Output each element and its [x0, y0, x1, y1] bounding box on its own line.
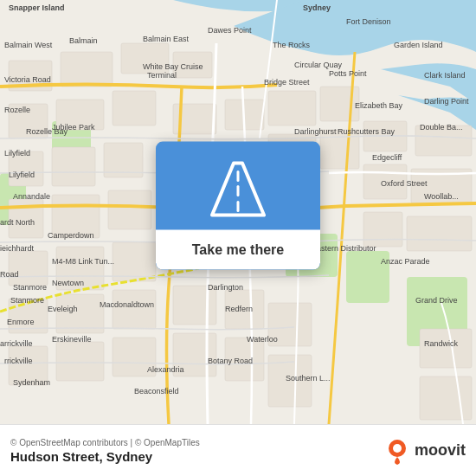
take-me-there-button[interactable]: Take me there — [156, 230, 320, 270]
svg-text:Sydney: Sydney — [303, 3, 331, 12]
svg-text:Terminal: Terminal — [147, 71, 177, 80]
svg-rect-12 — [113, 91, 156, 125]
svg-text:Victoria Road: Victoria Road — [4, 75, 51, 84]
svg-text:Lilyfield: Lilyfield — [4, 149, 30, 158]
svg-text:Balmain: Balmain — [69, 36, 98, 45]
svg-text:Garden Island: Garden Island — [394, 41, 443, 49]
svg-text:Clark Island: Clark Island — [424, 71, 466, 80]
location-name: Hudson Street, Sydney — [10, 449, 200, 464]
footer-bar: © OpenStreetMap contributors | © OpenMap… — [0, 424, 476, 476]
svg-text:Erskineville: Erskineville — [52, 335, 92, 344]
moovit-icon-svg — [383, 437, 411, 465]
svg-rect-34 — [420, 329, 472, 368]
svg-rect-26 — [56, 342, 104, 381]
svg-text:Circular Quay: Circular Quay — [294, 61, 343, 69]
svg-text:Alexandria: Alexandria — [147, 365, 184, 374]
svg-text:Grand Drive: Grand Drive — [415, 296, 458, 305]
svg-text:Potts Point: Potts Point — [329, 69, 367, 78]
svg-text:Waterloo: Waterloo — [247, 335, 278, 344]
svg-text:Balmain East: Balmain East — [143, 35, 190, 43]
svg-rect-18 — [108, 190, 151, 229]
svg-rect-7 — [61, 52, 113, 87]
svg-text:Beaconsfield: Beaconsfield — [134, 387, 179, 396]
svg-rect-35 — [420, 376, 472, 420]
svg-rect-38 — [268, 91, 316, 125]
moovit-brand-text: moovit — [415, 441, 466, 460]
copyright-text: © OpenStreetMap contributors | © OpenMap… — [10, 438, 200, 447]
svg-text:ieichhardt: ieichhardt — [0, 244, 35, 253]
svg-text:Eveleigh: Eveleigh — [48, 305, 78, 313]
svg-text:hardt North: hardt North — [0, 218, 35, 227]
svg-text:Darling Point: Darling Point — [424, 97, 469, 106]
svg-text:M4-M8 Link Tun...: M4-M8 Link Tun... — [52, 257, 114, 266]
svg-text:Sydenham: Sydenham — [13, 378, 50, 387]
svg-text:Newtown: Newtown — [52, 279, 84, 287]
svg-rect-14 — [52, 147, 95, 186]
svg-text:Macdonaldtown: Macdonaldtown — [100, 300, 154, 309]
svg-text:Jubilee Park: Jubilee Park — [52, 123, 95, 132]
svg-rect-33 — [407, 216, 472, 251]
svg-text:Road: Road — [0, 270, 19, 279]
svg-point-110 — [393, 444, 402, 453]
svg-text:Rushcutters Bay: Rushcutters Bay — [338, 127, 396, 136]
svg-rect-39 — [320, 87, 359, 121]
svg-text:Redfern: Redfern — [225, 305, 253, 313]
svg-text:Lilyfield: Lilyfield — [9, 170, 35, 179]
svg-text:Enmore: Enmore — [7, 318, 35, 326]
overlay-card: Take me there — [156, 142, 320, 270]
moovit-logo[interactable]: moovit — [383, 437, 466, 465]
svg-rect-19 — [9, 251, 48, 286]
svg-text:Bridge Street: Bridge Street — [264, 78, 310, 87]
svg-text:rrickville: rrickville — [4, 357, 33, 365]
svg-text:White Bay Cruise: White Bay Cruise — [143, 62, 203, 71]
svg-text:Anzac Parade: Anzac Parade — [381, 257, 430, 266]
svg-rect-32 — [363, 212, 402, 247]
svg-rect-23 — [56, 294, 104, 333]
svg-rect-24 — [113, 290, 156, 329]
svg-text:Rozelle: Rozelle — [4, 106, 30, 114]
svg-text:The Rocks: The Rocks — [273, 41, 311, 49]
svg-text:Randwick: Randwick — [424, 339, 459, 348]
svg-text:Darlinghurst: Darlinghurst — [294, 127, 337, 136]
svg-text:Dawes Point: Dawes Point — [208, 26, 252, 35]
map-container: Snapper Island Sydney Balmain West Balma… — [0, 0, 476, 424]
svg-text:Stanmore: Stanmore — [13, 283, 47, 292]
svg-text:Stanmore: Stanmore — [10, 296, 44, 305]
svg-text:Southern L...: Southern L... — [286, 374, 331, 383]
svg-text:Woollab...: Woollab... — [424, 192, 459, 201]
svg-text:Annandale: Annandale — [13, 192, 50, 201]
svg-text:Darlington: Darlington — [208, 283, 243, 292]
svg-text:Camperdown: Camperdown — [48, 231, 94, 240]
svg-text:Edgecliff: Edgecliff — [372, 153, 402, 162]
footer-left: © OpenStreetMap contributors | © OpenMap… — [10, 438, 200, 464]
svg-text:Eastern Distributor: Eastern Distributor — [312, 244, 376, 253]
svg-text:Snapper Island: Snapper Island — [9, 3, 65, 12]
svg-text:Elizabeth Bay: Elizabeth Bay — [355, 101, 403, 110]
svg-text:Balmain West: Balmain West — [4, 41, 53, 49]
svg-text:Botany Road: Botany Road — [208, 357, 253, 365]
svg-text:Double Ba...: Double Ba... — [420, 123, 463, 132]
svg-text:Oxford Street: Oxford Street — [381, 179, 428, 188]
svg-text:arrickville: arrickville — [0, 339, 33, 348]
svg-rect-21 — [113, 242, 156, 281]
svg-text:Fort Denison: Fort Denison — [346, 17, 391, 26]
road-icon — [203, 159, 273, 220]
